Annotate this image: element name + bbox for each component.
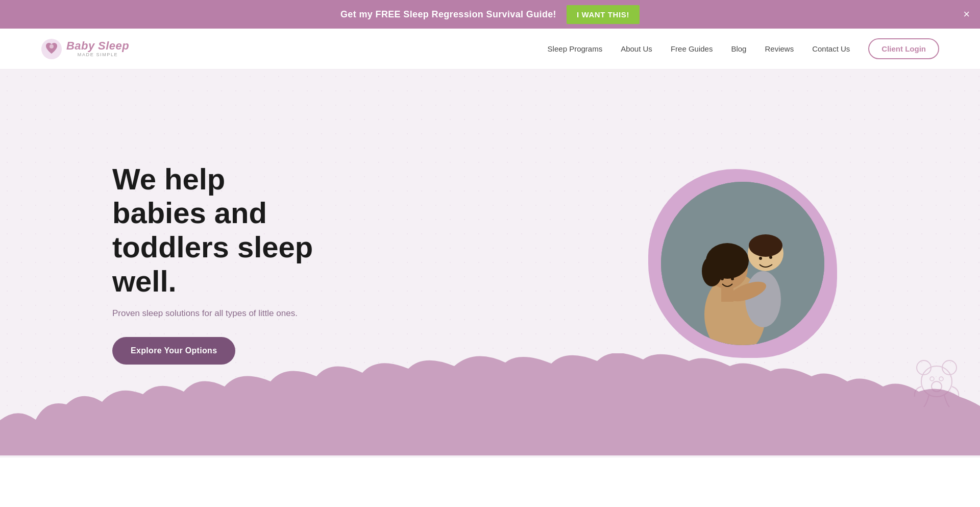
nav-about-us[interactable]: About Us bbox=[621, 44, 652, 53]
clouds-container bbox=[0, 353, 980, 457]
nav-contact-us[interactable]: Contact Us bbox=[812, 44, 850, 53]
deco-bear bbox=[903, 348, 970, 417]
logo-icon bbox=[41, 38, 62, 60]
announcement-close-button[interactable]: × bbox=[963, 9, 970, 20]
hero-subtext: Proven sleep solutions for all types of … bbox=[112, 308, 327, 319]
svg-point-13 bbox=[731, 277, 734, 280]
main-nav: Sleep Programs About Us Free Guides Blog… bbox=[548, 38, 939, 59]
client-login-button[interactable]: Client Login bbox=[868, 38, 939, 59]
brand-sub: MADE SIMPLE bbox=[66, 53, 129, 58]
hero-cta-button[interactable]: Explore Your Options bbox=[112, 337, 235, 365]
svg-point-10 bbox=[749, 234, 782, 257]
nav-blog[interactable]: Blog bbox=[731, 44, 746, 53]
header: Baby Sleep MADE SIMPLE Sleep Programs Ab… bbox=[0, 29, 980, 69]
hero-image-blob bbox=[648, 169, 837, 358]
svg-point-21 bbox=[930, 377, 934, 381]
nav-sleep-programs[interactable]: Sleep Programs bbox=[548, 44, 603, 53]
nav-free-guides[interactable]: Free Guides bbox=[671, 44, 713, 53]
svg-point-15 bbox=[759, 257, 762, 260]
svg-point-14 bbox=[721, 277, 724, 280]
nav-reviews[interactable]: Reviews bbox=[765, 44, 794, 53]
brand-name: Baby Sleep bbox=[66, 40, 129, 52]
svg-point-7 bbox=[702, 256, 722, 286]
svg-point-22 bbox=[939, 377, 943, 381]
logo-text-area: Baby Sleep MADE SIMPLE bbox=[66, 40, 129, 57]
svg-point-11 bbox=[745, 271, 781, 327]
announcement-bar: Get my FREE Sleep Regression Survival Gu… bbox=[0, 0, 980, 29]
hero-headline: We help babies and toddlers sleep well. bbox=[112, 162, 327, 299]
announcement-text: Get my FREE Sleep Regression Survival Gu… bbox=[340, 9, 556, 20]
hero-photo bbox=[661, 182, 824, 345]
hero-image-area bbox=[648, 169, 837, 358]
hero-section: We help babies and toddlers sleep well. … bbox=[0, 69, 980, 457]
svg-point-16 bbox=[769, 256, 772, 259]
hero-content: We help babies and toddlers sleep well. … bbox=[0, 162, 357, 365]
svg-point-1 bbox=[50, 44, 54, 49]
logo-link[interactable]: Baby Sleep MADE SIMPLE bbox=[41, 38, 129, 60]
announcement-cta-button[interactable]: I WANT THIS! bbox=[567, 5, 640, 24]
hero-image-inner bbox=[661, 182, 824, 345]
